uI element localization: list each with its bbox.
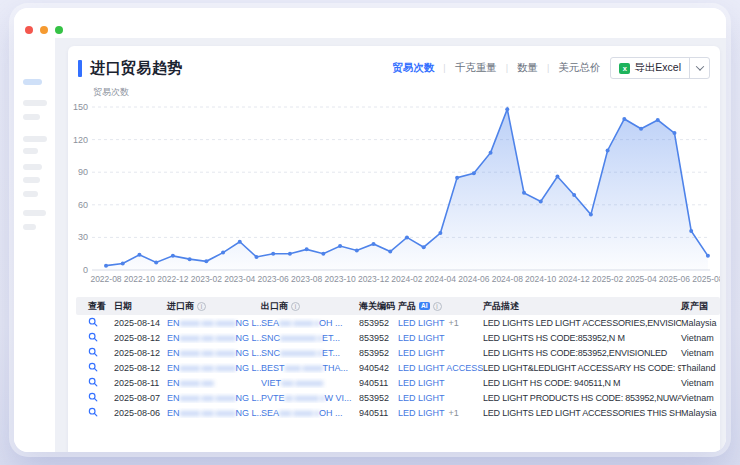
data-point-2024-08[interactable] <box>505 107 509 111</box>
sidebar-item-10[interactable] <box>23 224 36 230</box>
product-link[interactable]: LED LIGHT <box>398 348 445 358</box>
exporter-link[interactable]: SNCxxxxxxxxx xET... <box>261 333 340 343</box>
data-point-2024-02[interactable] <box>405 235 409 239</box>
data-point-2025-04[interactable] <box>639 127 643 131</box>
browser-window: 进口贸易趋势 贸易次数|千克重量|数量|美元总价 x 导出Excel 贸易次数 <box>14 8 726 452</box>
exporter-link[interactable]: SEAxxx xxxxx xOH ... <box>261 318 343 328</box>
data-point-2023-05[interactable] <box>254 255 258 259</box>
data-point-2022-10[interactable] <box>137 253 141 257</box>
data-point-2023-09[interactable] <box>321 252 325 256</box>
data-point-2025-06[interactable] <box>672 131 676 135</box>
product-link[interactable]: LED LIGHT <box>398 408 445 418</box>
data-point-2023-02[interactable] <box>204 259 208 263</box>
data-point-2023-07[interactable] <box>288 252 292 256</box>
view-detail-button[interactable] <box>88 362 98 374</box>
product-link[interactable]: LED LIGHT <box>398 318 445 328</box>
data-point-2022-12[interactable] <box>171 254 175 258</box>
data-point-2022-08[interactable] <box>104 264 108 268</box>
metric-tab-2[interactable]: 千克重量 <box>455 61 497 75</box>
data-point-2024-07[interactable] <box>489 151 493 155</box>
product-link[interactable]: LED LIGHT <box>398 333 445 343</box>
importer-link[interactable]: ENxxxxx xxx xxxxxNG L... <box>167 363 261 373</box>
view-detail-button[interactable] <box>88 317 98 329</box>
data-point-2024-04[interactable] <box>438 231 442 235</box>
data-point-2025-05[interactable] <box>656 118 660 122</box>
column-header-view: 查看 <box>76 300 114 313</box>
data-point-2022-09[interactable] <box>121 261 125 265</box>
sidebar-nav <box>14 38 55 452</box>
cell-product: LED LIGHT+1 <box>398 408 483 418</box>
importer-link[interactable]: ENxxxxx xxx xxxxxNG L... <box>167 393 261 403</box>
data-point-2023-04[interactable] <box>238 240 242 244</box>
exporter-link[interactable]: PVTExx xxxxxx xW VI... <box>261 393 352 403</box>
sidebar-item-3[interactable] <box>23 114 40 120</box>
data-point-2024-05[interactable] <box>455 176 459 180</box>
data-point-2024-12[interactable] <box>572 193 576 197</box>
product-link[interactable]: LED LIGHT ACCESSORY <box>398 363 483 373</box>
cell-product: LED LIGHT <box>398 393 483 403</box>
sidebar-item-1[interactable] <box>23 79 42 85</box>
data-point-2023-01[interactable] <box>188 257 192 261</box>
data-point-2025-02[interactable] <box>606 148 610 152</box>
data-point-2024-10[interactable] <box>539 200 543 204</box>
product-link[interactable]: LED LIGHT <box>398 378 445 388</box>
data-point-2025-08[interactable] <box>706 254 710 258</box>
importer-link[interactable]: ENxxxxx xxx xxxxxNG L... <box>167 318 261 328</box>
exporter-link[interactable]: BESTxxxx xxxxxTHA... <box>261 363 348 373</box>
data-point-2024-09[interactable] <box>522 191 526 195</box>
sidebar-item-7[interactable] <box>23 177 40 183</box>
importer-link-visible-suffix: NG L... <box>236 393 261 403</box>
data-point-2023-11[interactable] <box>355 248 359 252</box>
product-link[interactable]: LED LIGHT <box>398 393 445 403</box>
cell-exporter: VIETxxx xxxxxxx <box>261 378 359 388</box>
export-excel-label: 导出Excel <box>634 61 681 75</box>
close-window-button[interactable] <box>25 26 33 34</box>
info-icon[interactable]: i <box>433 302 442 311</box>
view-detail-button[interactable] <box>88 392 98 404</box>
data-point-2025-07[interactable] <box>689 229 693 233</box>
sidebar-item-5[interactable] <box>23 148 38 154</box>
data-point-2024-03[interactable] <box>422 245 426 249</box>
data-point-2023-03[interactable] <box>221 251 225 255</box>
importer-link[interactable]: ENxxxxx xxx xxxxxNG L... <box>167 348 261 358</box>
data-point-2025-01[interactable] <box>589 213 593 217</box>
exporter-link[interactable]: SEAxxx xxxxx xOH ... <box>261 408 343 418</box>
export-excel-button[interactable]: x 导出Excel <box>611 58 689 78</box>
metric-tab-4[interactable]: 美元总价 <box>558 61 600 75</box>
sidebar-item-4[interactable] <box>23 136 47 142</box>
sidebar-item-9[interactable] <box>23 210 46 216</box>
zoom-window-button[interactable] <box>55 26 63 34</box>
data-point-2024-06[interactable] <box>472 171 476 175</box>
data-point-2023-10[interactable] <box>338 244 342 248</box>
sidebar-item-2[interactable] <box>23 100 47 106</box>
trend-chart[interactable] <box>92 104 710 276</box>
metric-tab-1[interactable]: 贸易次数 <box>392 61 434 75</box>
info-icon[interactable]: i <box>197 302 206 311</box>
importer-link[interactable]: ENxxxxx xxx xxxxxNG L... <box>167 408 261 418</box>
export-dropdown-button[interactable] <box>689 58 709 78</box>
view-detail-button[interactable] <box>88 377 98 389</box>
view-detail-button[interactable] <box>88 407 98 419</box>
data-point-2023-08[interactable] <box>305 247 309 251</box>
data-point-2022-11[interactable] <box>154 260 158 264</box>
info-icon[interactable]: i <box>291 302 300 311</box>
data-point-2024-01[interactable] <box>388 250 392 254</box>
data-point-2024-11[interactable] <box>555 175 559 179</box>
sidebar-item-8[interactable] <box>23 191 38 197</box>
importer-link[interactable]: ENxxxxx xxx xxxxxNG L... <box>167 333 261 343</box>
product-more-badge[interactable]: +1 <box>449 408 459 418</box>
data-point-2025-03[interactable] <box>622 117 626 121</box>
sidebar-item-6[interactable] <box>23 164 42 170</box>
importer-link[interactable]: ENxxxxx xxx <box>167 378 214 388</box>
product-more-badge[interactable]: +1 <box>449 318 459 328</box>
data-point-2023-06[interactable] <box>271 252 275 256</box>
metric-tab-3[interactable]: 数量 <box>517 61 538 75</box>
exporter-link[interactable]: VIETxxx xxxxxxx <box>261 378 323 388</box>
exporter-link[interactable]: SNCxxxxxxxxx xET... <box>261 348 340 358</box>
view-detail-button[interactable] <box>88 332 98 344</box>
data-point-2023-12[interactable] <box>372 242 376 246</box>
x-axis-tick-2022-12: 2022-12 <box>157 274 188 284</box>
view-detail-button[interactable] <box>88 347 98 359</box>
exporter-link-redacted-text: xx xxxxxx x <box>285 393 325 403</box>
minimize-window-button[interactable] <box>40 26 48 34</box>
